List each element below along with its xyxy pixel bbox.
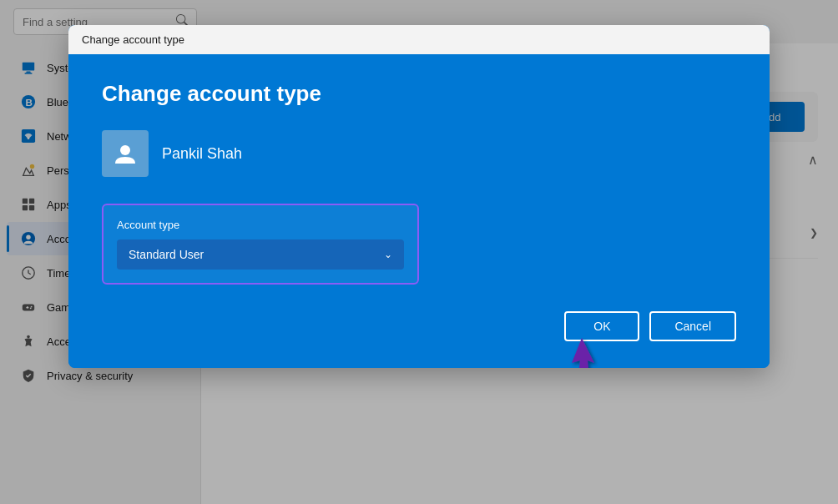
dropdown-value: Standard User [129,248,204,261]
user-info: Pankil Shah [102,130,736,177]
ok-button[interactable]: OK [564,311,639,341]
dialog-titlebar: Change account type [68,25,770,54]
arrow-cursor-icon [565,338,607,368]
cancel-button[interactable]: Cancel [649,311,736,341]
account-type-dropdown[interactable]: Standard User ⌄ [117,239,404,270]
chevron-down-icon: ⌄ [384,249,392,260]
dialog-body: Change account type Pankil Shah Account … [68,54,770,368]
account-type-label: Account type [117,219,404,231]
change-account-dialog: Change account type Change account type … [68,25,770,368]
svg-marker-26 [572,338,594,368]
arrow-cursor-container [565,338,607,368]
modal-overlay: Change account type Change account type … [0,0,838,504]
account-type-section: Account type Standard User ⌄ [102,204,419,285]
dialog-title: Change account type [102,81,736,107]
user-avatar [102,130,149,177]
dialog-titlebar-text: Change account type [82,33,184,46]
svg-point-25 [120,145,130,155]
dialog-buttons: OK Cancel [102,311,736,341]
user-name: Pankil Shah [162,145,242,163]
